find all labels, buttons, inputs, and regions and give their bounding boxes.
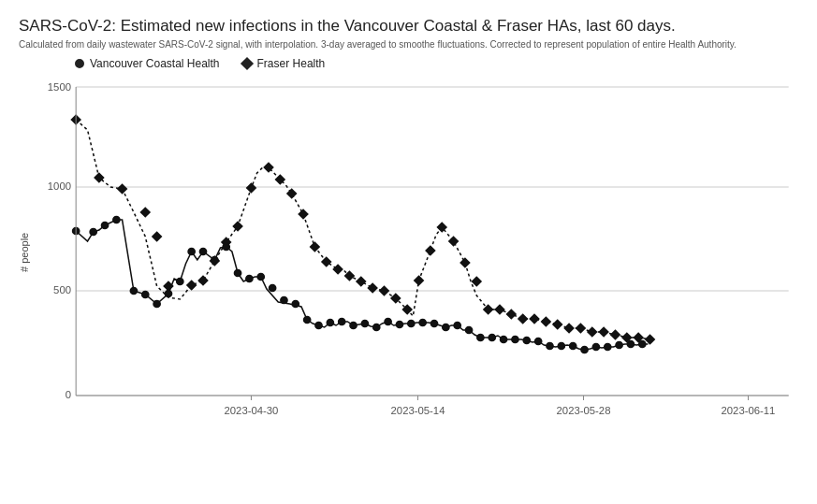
svg-point-71	[188, 249, 195, 255]
svg-point-74	[223, 244, 229, 251]
svg-point-96	[477, 335, 484, 341]
svg-point-77	[257, 274, 264, 281]
svg-point-91	[419, 320, 426, 326]
svg-point-81	[304, 317, 311, 324]
fraser-health-line	[76, 120, 649, 339]
svg-point-86	[361, 321, 368, 327]
svg-point-102	[547, 343, 553, 350]
svg-rect-56	[587, 326, 598, 337]
svg-point-84	[339, 319, 345, 325]
svg-point-89	[396, 322, 402, 328]
svg-point-73	[212, 257, 218, 264]
svg-point-97	[489, 335, 495, 341]
svg-point-98	[500, 337, 506, 343]
svg-rect-42	[425, 245, 436, 255]
svg-point-100	[523, 338, 530, 344]
svg-point-110	[639, 341, 646, 348]
svg-point-106	[592, 344, 599, 351]
svg-point-88	[385, 319, 391, 325]
y-axis-label: # people	[19, 78, 37, 427]
fraser-health-markers	[70, 114, 655, 344]
svg-rect-44	[448, 236, 460, 246]
svg-rect-54	[563, 323, 575, 333]
svg-rect-45	[460, 257, 471, 267]
chart-inner: 0 500 1000 1500 2023-04-30 2023-05-14 20…	[37, 78, 798, 427]
chart-area: # people 0 500 1000 1500	[19, 78, 798, 427]
svg-rect-30	[286, 188, 298, 198]
svg-text:2023-05-28: 2023-05-28	[557, 405, 611, 416]
svg-point-103	[558, 343, 564, 350]
chart-subtitle: Calculated from daily wastewater SARS-Co…	[19, 39, 798, 50]
svg-rect-34	[332, 264, 343, 274]
svg-point-66	[130, 288, 137, 295]
svg-text:2023-06-11: 2023-06-11	[722, 405, 776, 416]
svg-point-109	[627, 341, 634, 348]
svg-point-72	[199, 249, 206, 255]
svg-point-104	[570, 343, 576, 350]
svg-text:1000: 1000	[48, 180, 71, 192]
svg-rect-53	[552, 319, 563, 329]
svg-rect-19	[139, 207, 151, 217]
svg-point-105	[581, 347, 588, 353]
fh-legend-icon	[240, 57, 253, 70]
vch-legend-label: Vancouver Coastal Health	[90, 57, 220, 70]
legend-vch: Vancouver Coastal Health	[75, 57, 220, 70]
svg-rect-29	[275, 174, 286, 184]
vch-legend-icon	[75, 59, 84, 68]
svg-rect-57	[598, 326, 609, 337]
svg-rect-55	[576, 323, 587, 333]
chart-container: SARS-CoV-2: Estimated new infections in …	[0, 0, 817, 504]
svg-text:500: 500	[53, 284, 71, 295]
svg-rect-38	[379, 285, 390, 295]
svg-rect-26	[232, 221, 243, 231]
svg-text:0: 0	[66, 389, 71, 400]
svg-point-75	[234, 270, 241, 277]
svg-rect-48	[494, 304, 505, 314]
svg-point-101	[535, 338, 542, 345]
svg-text:1500: 1500	[48, 81, 71, 93]
svg-rect-58	[610, 329, 621, 339]
svg-point-93	[443, 324, 449, 331]
svg-point-80	[292, 301, 299, 308]
chart-title: SARS-CoV-2: Estimated new infections in …	[19, 17, 798, 36]
svg-rect-23	[197, 275, 209, 285]
legend-fh: Fraser Health	[242, 57, 326, 70]
svg-point-94	[454, 323, 460, 329]
svg-rect-50	[518, 313, 529, 324]
svg-rect-31	[298, 209, 309, 219]
svg-rect-20	[152, 231, 163, 241]
svg-rect-22	[186, 280, 197, 290]
svg-point-90	[408, 321, 415, 327]
svg-point-63	[90, 229, 96, 236]
svg-point-70	[177, 279, 183, 285]
svg-point-76	[246, 276, 253, 282]
svg-point-92	[430, 321, 437, 327]
svg-point-64	[101, 223, 108, 229]
svg-point-108	[616, 342, 622, 349]
svg-text:2023-05-14: 2023-05-14	[391, 405, 445, 416]
svg-point-67	[142, 292, 149, 298]
svg-point-69	[165, 291, 171, 297]
svg-rect-36	[356, 276, 367, 286]
svg-point-68	[153, 301, 160, 308]
svg-point-95	[465, 327, 472, 334]
svg-rect-49	[506, 309, 518, 319]
svg-point-87	[373, 324, 380, 331]
svg-rect-32	[310, 241, 321, 252]
svg-rect-27	[246, 182, 257, 193]
svg-point-82	[315, 323, 322, 329]
chart-svg: 0 500 1000 1500 2023-04-30 2023-05-14 20…	[37, 78, 798, 424]
svg-rect-33	[321, 256, 332, 266]
svg-point-107	[605, 344, 611, 351]
svg-point-65	[113, 217, 120, 223]
svg-point-83	[327, 320, 333, 326]
svg-point-79	[281, 297, 287, 304]
svg-point-85	[350, 323, 357, 329]
svg-point-99	[512, 337, 518, 343]
fh-legend-label: Fraser Health	[257, 57, 326, 70]
svg-rect-51	[529, 313, 540, 324]
svg-text:2023-04-30: 2023-04-30	[225, 405, 279, 416]
svg-rect-28	[263, 162, 274, 172]
svg-point-78	[270, 285, 276, 292]
svg-rect-41	[414, 275, 425, 285]
